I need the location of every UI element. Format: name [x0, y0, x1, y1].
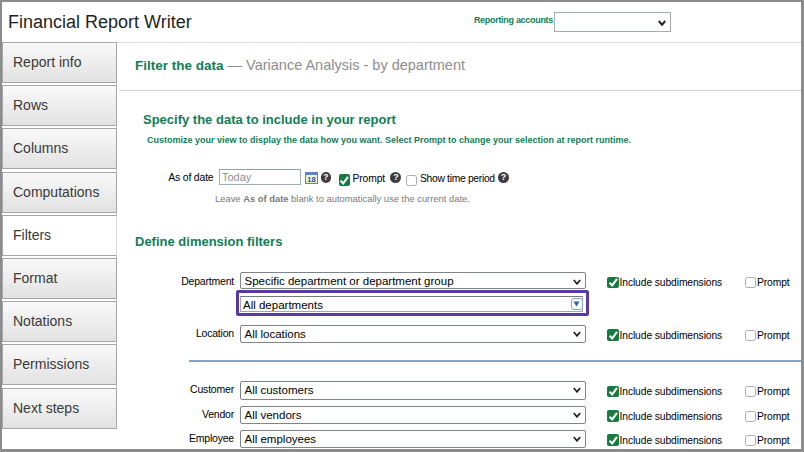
svg-text:18: 18: [307, 175, 315, 184]
